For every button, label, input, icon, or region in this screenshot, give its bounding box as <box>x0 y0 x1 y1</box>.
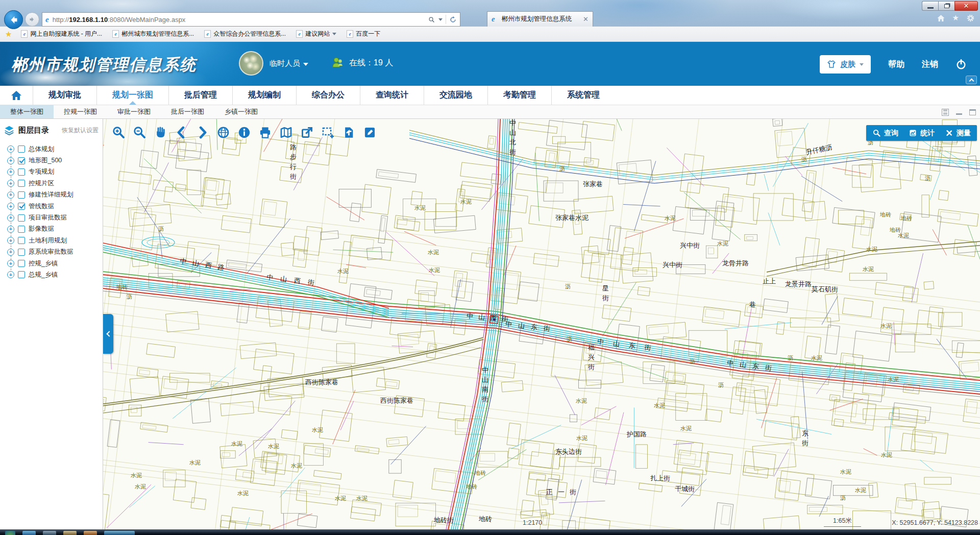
nav-item-规划编制[interactable]: 规划编制 <box>232 86 296 105</box>
layer-label[interactable]: 项目审批数据 <box>29 213 67 222</box>
favorites-star-icon[interactable]: ★ <box>952 13 959 22</box>
expand-icon[interactable]: + <box>7 168 14 176</box>
share-button[interactable] <box>300 125 314 139</box>
layer-label[interactable]: 地形图_500 <box>29 156 62 165</box>
expand-icon[interactable]: + <box>7 214 14 222</box>
export-button[interactable] <box>341 125 356 139</box>
nav-item-综合办公[interactable]: 综合办公 <box>296 86 360 105</box>
overview-map-button[interactable] <box>279 125 293 139</box>
layer-checkbox[interactable] <box>18 180 25 187</box>
nav-item-查询统计[interactable]: 查询统计 <box>360 86 424 105</box>
tab-close-icon[interactable]: ✕ <box>583 15 589 23</box>
refresh-icon[interactable] <box>449 16 457 23</box>
nav-item-批后管理[interactable]: 批后管理 <box>168 86 232 105</box>
search-dropdown-icon[interactable] <box>438 18 443 21</box>
expand-icon[interactable]: + <box>7 157 14 164</box>
favorite-link[interactable]: e郴州城市规划管理信息系... <box>112 30 194 38</box>
layer-checkbox[interactable] <box>18 157 25 164</box>
power-icon[interactable] <box>955 59 967 70</box>
subtab-批后一张图[interactable]: 批后一张图 <box>161 105 214 118</box>
pan-button[interactable] <box>153 125 167 139</box>
layer-checkbox[interactable] <box>18 145 25 153</box>
browser-tab[interactable]: e 郴州市规划管理信息系统 ✕ <box>487 11 593 27</box>
expand-icon[interactable]: + <box>7 191 14 199</box>
expand-icon[interactable]: + <box>7 260 14 267</box>
expand-icon[interactable]: + <box>7 271 14 278</box>
user-avatar[interactable] <box>239 51 263 76</box>
favorite-link[interactable]: e网上自助报建系统 - 用户... <box>21 30 102 38</box>
panel-maximize-icon[interactable] <box>969 109 976 115</box>
user-name[interactable]: 临时人员 <box>270 59 308 68</box>
layer-checkbox[interactable] <box>18 226 25 233</box>
expand-icon[interactable]: + <box>7 237 14 244</box>
layer-label[interactable]: 总体规划 <box>29 145 54 154</box>
subtab-控规一张图[interactable]: 控规一张图 <box>54 105 107 118</box>
subtab-整体一张图[interactable]: 整体一张图 <box>0 105 54 118</box>
layer-label[interactable]: 影像数据 <box>29 225 54 233</box>
nav-item-规划一张图[interactable]: 规划一张图 <box>96 86 168 105</box>
next-extent-button[interactable] <box>195 125 209 139</box>
start-button[interactable] <box>5 531 15 535</box>
taskbar-item[interactable] <box>104 531 135 535</box>
layer-label[interactable]: 土地利用规划 <box>29 236 67 245</box>
identify-button[interactable] <box>237 125 251 139</box>
expand-icon[interactable]: + <box>7 203 14 210</box>
layer-checkbox[interactable] <box>18 214 25 222</box>
layer-label[interactable]: 控规片区 <box>29 179 54 188</box>
list-view-icon[interactable] <box>942 109 949 116</box>
taskbar-item[interactable] <box>84 531 97 535</box>
taskbar-item[interactable] <box>22 531 36 535</box>
subtab-乡镇一张图[interactable]: 乡镇一张图 <box>214 105 268 118</box>
map-canvas[interactable]: 路步行街中山西路中山西街中山西街中山东街中山东街中山东街中山北街中山南街西街陈家… <box>103 119 980 529</box>
add-favorite-star-icon[interactable]: ★ <box>5 30 12 39</box>
nav-item-系统管理[interactable]: 系统管理 <box>551 86 615 105</box>
nav-home-button[interactable] <box>0 86 33 105</box>
home-icon[interactable] <box>937 14 945 22</box>
help-link[interactable]: 帮助 <box>888 59 904 70</box>
previous-extent-button[interactable] <box>174 125 188 139</box>
measure-button[interactable]: 测量 <box>945 129 971 138</box>
layer-checkbox[interactable] <box>18 271 25 278</box>
subtab-审批一张图[interactable]: 审批一张图 <box>107 105 161 118</box>
layer-checkbox[interactable] <box>18 237 25 244</box>
print-button[interactable] <box>258 125 272 139</box>
stats-button[interactable]: 统计 <box>909 129 935 138</box>
query-button[interactable]: 查询 <box>872 129 898 138</box>
favorite-link[interactable]: e建议网站 <box>296 30 336 38</box>
select-button[interactable] <box>321 125 335 139</box>
full-extent-button[interactable] <box>216 125 230 139</box>
taskbar-item[interactable] <box>43 531 56 535</box>
layer-label[interactable]: 专项规划 <box>29 167 54 176</box>
layer-checkbox[interactable] <box>18 203 25 210</box>
taskbar-item[interactable] <box>63 531 77 535</box>
settings-gear-icon[interactable] <box>966 14 975 22</box>
browser-forward-button[interactable] <box>25 12 39 27</box>
layer-checkbox[interactable] <box>18 249 25 256</box>
zoom-in-button[interactable] <box>111 125 126 139</box>
favorite-link[interactable]: e百度一下 <box>347 30 380 38</box>
skin-button[interactable]: 皮肤 <box>820 55 871 74</box>
expand-icon[interactable]: + <box>7 145 14 153</box>
layer-checkbox[interactable] <box>18 191 25 199</box>
nav-item-规划审批[interactable]: 规划审批 <box>33 86 96 105</box>
favorite-link[interactable]: e众智综合办公管理信息系... <box>204 30 286 38</box>
expand-icon[interactable]: + <box>7 226 14 233</box>
layer-label[interactable]: 原系统审批数据 <box>29 248 74 256</box>
layer-checkbox[interactable] <box>18 168 25 176</box>
layer-label[interactable]: 控规_乡镇 <box>29 259 58 268</box>
edit-button[interactable] <box>362 125 377 139</box>
logout-link[interactable]: 注销 <box>922 59 938 70</box>
collapse-header-button[interactable] <box>966 76 977 84</box>
nav-item-交流园地[interactable]: 交流园地 <box>424 86 487 105</box>
expand-icon[interactable]: + <box>7 249 14 256</box>
windows-taskbar[interactable] <box>0 529 980 535</box>
search-icon[interactable] <box>428 16 435 23</box>
layer-label[interactable]: 修建性详细规划 <box>29 190 74 199</box>
reset-defaults-link[interactable]: 恢复默认设置 <box>62 126 99 135</box>
panel-minimize-icon[interactable] <box>956 113 962 115</box>
nav-item-考勤管理[interactable]: 考勤管理 <box>487 86 551 105</box>
layer-checkbox[interactable] <box>18 260 25 267</box>
url-text[interactable]: http://192.168.1.10:8080/WebMainPage.asp… <box>53 16 428 23</box>
zoom-out-button[interactable] <box>132 125 146 139</box>
map-viewport[interactable]: 路步行街中山西路中山西街中山西街中山东街中山东街中山东街中山北街中山南街西街陈家… <box>103 119 980 529</box>
